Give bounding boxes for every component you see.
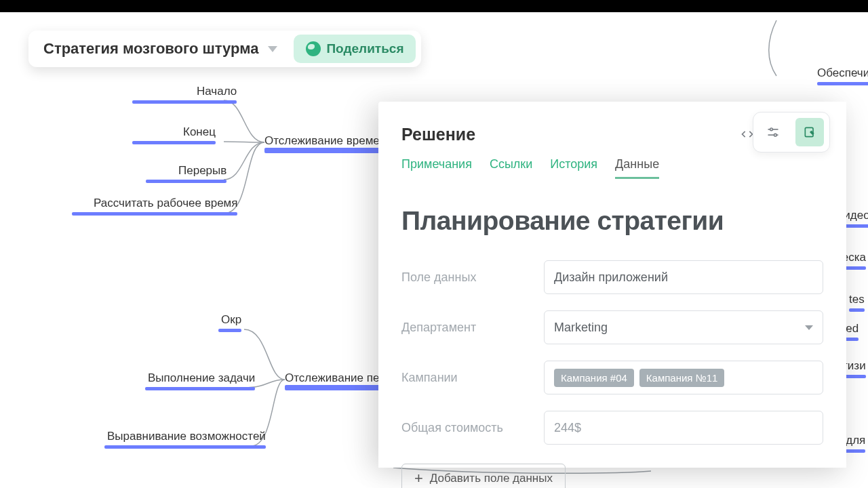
- share-button-label: Поделиться: [326, 41, 403, 56]
- mindmap-node[interactable]: Отслеживание пери: [285, 371, 392, 385]
- mindmap-node[interactable]: Выравнивание возможностей: [107, 430, 266, 443]
- document-title: Стратегия мозгового штурма: [43, 40, 258, 58]
- mindmap-node[interactable]: Начало: [197, 85, 237, 98]
- mindmap-node[interactable]: Окр: [221, 313, 241, 327]
- panel-tabs: Примечания Ссылки История Данные: [401, 157, 823, 179]
- tab-notes[interactable]: Примечания: [401, 157, 472, 179]
- chevron-down-icon: [805, 325, 813, 330]
- plus-icon: +: [414, 471, 423, 486]
- data-field-input[interactable]: Дизайн приложений: [544, 260, 823, 294]
- field-label: Поле данных: [401, 270, 544, 285]
- department-select[interactable]: Marketing: [544, 310, 823, 344]
- field-label: Департамент: [401, 321, 544, 335]
- campaign-tag[interactable]: Кампания №11: [639, 369, 725, 387]
- chevron-down-icon: [268, 46, 277, 52]
- sliders-icon[interactable]: [759, 118, 787, 146]
- header-toolbar: Стратегия мозгового штурма Поделиться: [28, 30, 421, 67]
- content-title: Планирование стратегии: [401, 206, 823, 236]
- mindmap-node[interactable]: Рассчитать рабочее время: [94, 197, 237, 210]
- tab-data[interactable]: Данные: [615, 157, 659, 179]
- total-cost-field[interactable]: 244$: [544, 411, 823, 445]
- svg-point-6: [774, 134, 777, 136]
- edit-note-icon[interactable]: [795, 118, 824, 146]
- details-panel: Решение Примечания Ссылки История Данные…: [378, 102, 846, 468]
- field-label: Кампании: [401, 371, 544, 385]
- mindmap-node[interactable]: Конец: [183, 125, 216, 139]
- panel-tool-cluster: [753, 112, 830, 152]
- field-label: Общая стоимость: [401, 421, 544, 435]
- mindmap-node[interactable]: Выполнение задачи: [148, 371, 255, 385]
- tab-history[interactable]: История: [550, 157, 597, 179]
- tab-links[interactable]: Ссылки: [490, 157, 532, 179]
- campaign-tag[interactable]: Кампания #04: [554, 369, 634, 387]
- document-title-dropdown[interactable]: Стратегия мозгового штурма: [34, 36, 287, 62]
- add-field-button[interactable]: + Добавить поле данных: [401, 464, 566, 488]
- add-field-label: Добавить поле данных: [430, 472, 553, 485]
- globe-icon: [306, 41, 321, 56]
- top-black-bar: [0, 0, 868, 12]
- mindmap-node[interactable]: Отслеживание времени: [264, 134, 393, 148]
- campaigns-field[interactable]: Кампания #04 Кампания №11: [544, 361, 823, 394]
- panel-title: Решение: [401, 125, 736, 144]
- mindmap-node[interactable]: Перерыв: [178, 164, 226, 178]
- panel-form: Поле данных Дизайн приложений Департамен…: [401, 260, 823, 488]
- share-button[interactable]: Поделиться: [294, 35, 416, 63]
- svg-point-4: [770, 128, 773, 131]
- mindmap-node[interactable]: Обеспечит: [817, 66, 868, 80]
- mindmap-node[interactable]: tes: [849, 293, 865, 306]
